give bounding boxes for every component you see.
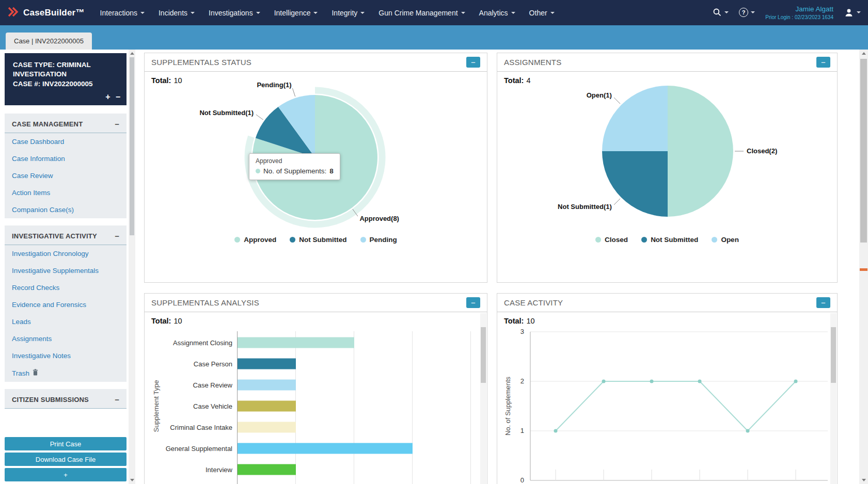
collapse-panel-button[interactable]: − bbox=[816, 297, 830, 308]
menu-integrity[interactable]: Integrity bbox=[332, 9, 365, 17]
data-point[interactable] bbox=[794, 380, 798, 383]
pie-callout-closed: Closed(2) bbox=[747, 147, 777, 155]
sidebar-item-case-review[interactable]: Case Review bbox=[5, 167, 127, 184]
pie-slice-not-submitted[interactable] bbox=[602, 151, 668, 217]
chevron-down-icon bbox=[360, 12, 365, 14]
panel-supplementals-analysis: SUPPLEMENTALS ANALYSIS − Total:10 Assign… bbox=[144, 293, 487, 484]
user-name: Jamie Algatt bbox=[765, 5, 833, 14]
sidebar-item-case-information[interactable]: Case Information bbox=[5, 150, 127, 167]
panel-body: Total:10 Approved(8)Not Submitted(1)Pend… bbox=[145, 72, 487, 282]
data-point[interactable] bbox=[698, 380, 702, 383]
scrollbar-thumb[interactable] bbox=[481, 327, 486, 383]
main-menu: InteractionsIncidentsInvestigationsIntel… bbox=[100, 9, 569, 17]
collapse-section-icon[interactable]: − bbox=[115, 120, 119, 128]
legend-item-not-submitted[interactable]: Not Submitted bbox=[290, 236, 346, 244]
menu-incidents[interactable]: Incidents bbox=[159, 9, 195, 17]
panel-scrollbar[interactable] bbox=[480, 313, 486, 484]
legend-dot bbox=[595, 237, 601, 243]
add-button[interactable]: + bbox=[5, 468, 127, 481]
expand-all-button[interactable]: + bbox=[105, 91, 110, 102]
sidebar-item-investigation-chronology[interactable]: Investigation Chronology bbox=[5, 245, 127, 262]
total-line: Total:4 bbox=[504, 76, 530, 85]
bar-category-label: Case Vehicle bbox=[193, 402, 232, 410]
scrollbar-thumb[interactable] bbox=[831, 327, 836, 383]
user-account-icon[interactable] bbox=[844, 8, 861, 18]
sidebar-item-record-checks[interactable]: Record Checks bbox=[5, 279, 127, 296]
sidebar-item-assignments[interactable]: Assignments bbox=[5, 330, 127, 347]
search-icon[interactable] bbox=[713, 8, 729, 17]
app-logo[interactable]: CaseBuilder™ bbox=[7, 7, 85, 19]
sidebar-item-companion-case-s[interactable]: Companion Case(s) bbox=[5, 201, 127, 218]
bar-general-supplemental[interactable] bbox=[238, 443, 413, 454]
bar-category-label: Assignment Closing bbox=[173, 339, 232, 347]
panel-title: CASE ACTIVITY bbox=[504, 298, 563, 307]
scrollbar-thumb[interactable] bbox=[860, 59, 867, 243]
collapse-panel-button[interactable]: − bbox=[466, 57, 480, 68]
tab-case[interactable]: Case | INV2022000005 bbox=[6, 33, 92, 50]
scroll-down-icon[interactable] bbox=[859, 476, 868, 484]
sidebar-item-case-dashboard[interactable]: Case Dashboard bbox=[5, 133, 127, 150]
sidebar-item-investigative-supplementals[interactable]: Investigative Supplementals bbox=[5, 262, 127, 279]
data-point[interactable] bbox=[650, 380, 654, 383]
scroll-up-icon[interactable] bbox=[859, 50, 868, 57]
sidebar-item-evidence-and-forensics[interactable]: Evidence and Forensics bbox=[5, 296, 127, 313]
print-case-button[interactable]: Print Case bbox=[5, 437, 127, 450]
chevron-down-icon bbox=[751, 11, 755, 13]
scrollbar-thumb[interactable] bbox=[130, 57, 134, 235]
panel-header: ASSIGNMENTS − bbox=[497, 53, 837, 72]
data-point[interactable] bbox=[554, 429, 558, 433]
sidebar-item-action-items[interactable]: Action Items bbox=[5, 184, 127, 201]
section-header: INVESTIGATIVE ACTIVITY− bbox=[5, 225, 127, 245]
user-info[interactable]: Jamie Algatt Prior Login : 02/23/2023 16… bbox=[765, 5, 833, 21]
legend-item-open[interactable]: Open bbox=[712, 236, 739, 244]
chart-legend: ApprovedNot SubmittedPending bbox=[145, 236, 487, 244]
sidebar-item-leads[interactable]: Leads bbox=[5, 313, 127, 330]
chevron-down-icon bbox=[256, 12, 260, 14]
scroll-down-icon[interactable] bbox=[129, 476, 135, 484]
menu-intelligence[interactable]: Intelligence bbox=[274, 9, 318, 17]
pie-callout-not-submitted: Not Submitted(1) bbox=[558, 203, 612, 211]
sidebar-item-trash[interactable]: Trash bbox=[5, 364, 127, 382]
bar-criminal-case-intake[interactable] bbox=[238, 422, 296, 433]
menu-gun-crime-management[interactable]: Gun Crime Management bbox=[378, 9, 465, 17]
sidebar-scrollbar[interactable] bbox=[129, 50, 135, 484]
menu-other[interactable]: Other bbox=[529, 9, 555, 17]
panel-title: SUPPLEMENTALS ANALYSIS bbox=[151, 298, 259, 307]
collapse-section-icon[interactable]: − bbox=[115, 232, 119, 240]
bar-assignment-closing[interactable] bbox=[238, 337, 354, 348]
pie-slice-open[interactable] bbox=[602, 86, 668, 151]
panel-scrollbar[interactable] bbox=[830, 313, 837, 484]
collapse-panel-button[interactable]: − bbox=[816, 57, 830, 68]
legend-item-closed[interactable]: Closed bbox=[595, 236, 628, 244]
download-case-file-button[interactable]: Download Case File bbox=[5, 453, 127, 466]
help-icon[interactable]: ? bbox=[739, 8, 755, 17]
legend-item-pending[interactable]: Pending bbox=[360, 236, 397, 244]
panel-header: SUPPLEMENTALS ANALYSIS − bbox=[145, 294, 487, 312]
chevron-down-icon bbox=[857, 11, 861, 13]
collapse-all-button[interactable]: − bbox=[116, 91, 120, 102]
data-point[interactable] bbox=[746, 429, 750, 433]
data-point[interactable] bbox=[602, 380, 606, 383]
tooltip-series-dot bbox=[256, 169, 260, 173]
sidebar-item-investigative-notes[interactable]: Investigative Notes bbox=[5, 347, 127, 364]
collapse-section-icon[interactable]: − bbox=[115, 396, 119, 404]
menu-analytics[interactable]: Analytics bbox=[479, 9, 515, 17]
collapse-panel-button[interactable]: − bbox=[466, 297, 480, 308]
case-summary-card: CASE TYPE: CRIMINAL INVESTIGATION CASE #… bbox=[5, 53, 127, 105]
bar-interview[interactable] bbox=[238, 464, 296, 475]
page-scrollbar[interactable] bbox=[859, 50, 868, 484]
bar-case-review[interactable] bbox=[238, 380, 296, 391]
scroll-up-icon[interactable] bbox=[129, 50, 135, 57]
legend-item-approved[interactable]: Approved bbox=[234, 236, 276, 244]
brand-name: CaseBuilder™ bbox=[23, 8, 85, 18]
y-tick-label: 2 bbox=[520, 377, 524, 385]
top-navbar: CaseBuilder™ InteractionsIncidentsInvest… bbox=[0, 0, 868, 25]
pie-slice-closed[interactable] bbox=[668, 86, 733, 217]
tooltip-slice-name: Approved bbox=[256, 157, 334, 165]
menu-interactions[interactable]: Interactions bbox=[100, 9, 145, 17]
bar-case-person[interactable] bbox=[238, 359, 296, 369]
menu-investigations[interactable]: Investigations bbox=[209, 9, 260, 17]
supplementals-analysis-bar-chart: Assignment ClosingCase PersonCase Review… bbox=[145, 312, 479, 484]
legend-item-not-submitted[interactable]: Not Submitted bbox=[641, 236, 698, 244]
bar-case-vehicle[interactable] bbox=[238, 401, 296, 412]
